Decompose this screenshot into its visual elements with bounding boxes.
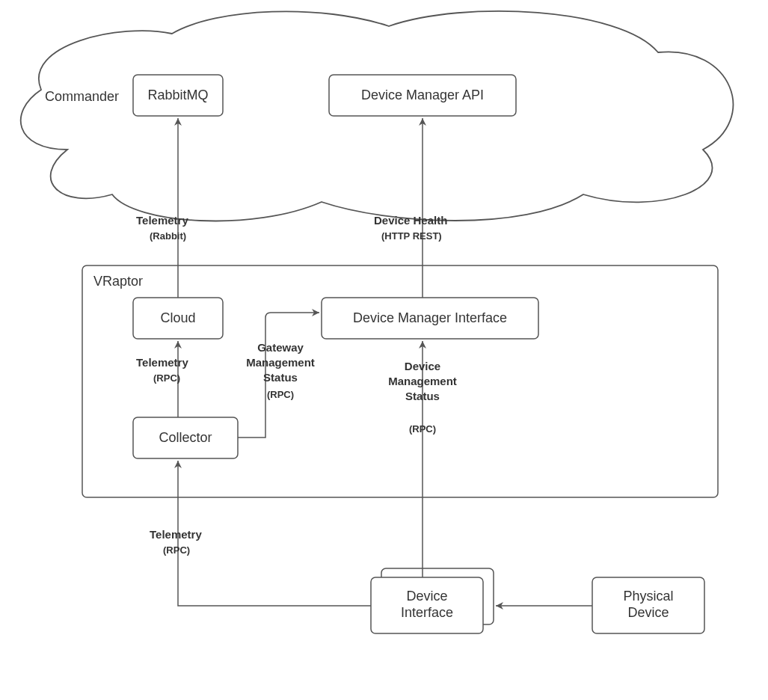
edge-telemetry-rpc1-title: Telemetry	[136, 356, 188, 369]
edge-telemetry-rpc2-sub: (RPC)	[163, 544, 190, 556]
device-manager-api-label: Device Manager API	[361, 88, 484, 102]
physical-device-label-2: Device	[627, 605, 669, 620]
cloud-node-label: Cloud	[160, 310, 195, 325]
edge-device-mgmt-l2: Management	[388, 375, 457, 387]
edge-gateway-mgmt-l3: Status	[263, 371, 298, 384]
edge-telemetry-rabbit-sub: (Rabbit)	[150, 230, 186, 242]
edge-device-health-title: Device Health	[374, 214, 447, 227]
edge-telemetry-rpc1-sub: (RPC)	[153, 372, 180, 384]
commander-label: Commander	[45, 89, 119, 104]
edge-telemetry-rpc2-title: Telemetry	[150, 528, 202, 541]
collector-label: Collector	[159, 430, 212, 445]
edge-di-to-collector	[178, 461, 371, 606]
edge-device-mgmt-l3: Status	[405, 390, 440, 402]
edge-device-mgmt-l1: Device	[405, 360, 440, 372]
vraptor-label: VRaptor	[93, 274, 143, 289]
device-interface-label-1: Device	[406, 589, 447, 604]
device-interface-label-2: Interface	[401, 605, 453, 620]
physical-device-label-1: Physical	[623, 589, 673, 604]
rabbitmq-label: RabbitMQ	[147, 88, 208, 102]
edge-device-mgmt-sub: (RPC)	[409, 423, 436, 435]
edge-device-health-sub: (HTTP REST)	[381, 230, 442, 242]
device-manager-interface-label: Device Manager Interface	[353, 310, 507, 325]
edge-telemetry-rabbit-title: Telemetry	[136, 214, 188, 227]
edge-gateway-mgmt-l1: Gateway	[257, 341, 304, 354]
edge-gateway-mgmt-l2: Management	[246, 356, 315, 369]
edge-gateway-mgmt-sub: (RPC)	[267, 389, 294, 400]
